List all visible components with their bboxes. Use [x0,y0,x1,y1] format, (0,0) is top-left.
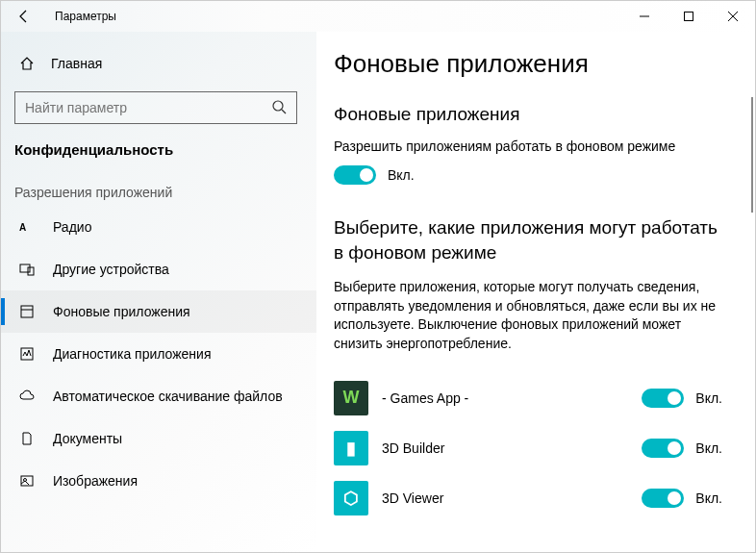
svg-text:A: A [19,222,26,233]
documents-icon [18,430,36,447]
group-heading: Разрешения приложений [1,185,316,200]
home-link[interactable]: Главная [1,43,316,84]
category-heading: Конфиденциальность [1,141,316,158]
svg-rect-11 [21,348,33,360]
app-toggle-state: Вкл. [695,440,722,456]
svg-point-4 [273,101,283,111]
svg-rect-9 [21,306,33,317]
sidebar-item-pictures[interactable]: Изображения [1,460,316,502]
allow-bg-toggle[interactable] [334,165,376,185]
app-name: 3D Viewer [382,490,443,506]
sidebar-item-label: Изображения [53,473,138,489]
pictures-icon [18,472,36,490]
allow-bg-label: Разрешить приложениям работать в фоновом… [334,138,728,154]
sidebar-item-label: Документы [53,431,122,446]
back-button[interactable] [1,1,47,32]
titlebar: Параметры [1,1,755,32]
radio-icon: A [18,218,36,236]
search-box[interactable] [14,91,297,124]
maximize-button[interactable] [667,1,711,32]
app-toggle[interactable] [642,389,684,408]
main-panel: Фоновые приложения Фоновые приложения Ра… [316,32,755,552]
scrollbar[interactable] [751,97,753,213]
sidebar-item-label: Другие устройства [53,262,169,277]
app-icon-games: W [334,381,368,415]
app-name: - Games App - [382,390,468,406]
home-icon [18,55,36,72]
cloud-download-icon [18,388,36,405]
svg-rect-1 [685,13,693,21]
sidebar-item-label: Диагностика приложения [53,346,211,362]
allow-bg-toggle-state: Вкл. [388,167,415,183]
sidebar-item-auto-downloads[interactable]: Автоматическое скачивание файлов [1,375,316,417]
app-row: ▮ 3D Builder Вкл. [334,423,728,473]
window-title: Параметры [55,10,116,23]
app-toggle[interactable] [642,439,684,458]
home-label: Главная [51,56,102,71]
search-icon [271,99,287,117]
app-toggle-state: Вкл. [695,490,722,506]
background-apps-icon [18,303,36,320]
search-input[interactable] [25,100,271,115]
app-toggle-state: Вкл. [695,390,722,406]
sidebar-item-other-devices[interactable]: Другие устройства [1,248,316,290]
app-toggle[interactable] [642,489,684,508]
app-row: W - Games App - Вкл. [334,373,728,423]
app-icon-3dbuilder: ▮ [334,431,368,465]
sidebar-item-label: Фоновые приложения [53,304,190,319]
app-icon-3dviewer: ⬡ [334,481,368,515]
close-button[interactable] [711,1,755,32]
svg-rect-8 [28,267,34,275]
sidebar-item-label: Радио [53,219,91,235]
section-choose-apps-desc: Выберите приложения, которые могут получ… [334,278,728,353]
page-title: Фоновые приложения [334,49,728,79]
sidebar-item-label: Автоматическое скачивание файлов [53,389,283,404]
sidebar: Главная Конфиденциальность Разрешения пр… [1,32,316,552]
svg-line-5 [282,110,286,113]
window-controls [622,1,755,32]
section-choose-apps-title: Выберите, какие приложения могут работат… [334,215,728,264]
diagnostics-icon [18,345,36,363]
app-name: 3D Builder [382,440,444,456]
section-bg-apps-title: Фоновые приложения [334,104,728,125]
sidebar-item-background-apps[interactable]: Фоновые приложения [1,290,316,333]
sidebar-item-radio[interactable]: A Радио [1,206,316,248]
svg-rect-12 [21,476,33,486]
sidebar-item-app-diagnostics[interactable]: Диагностика приложения [1,333,316,375]
minimize-button[interactable] [622,1,667,32]
sidebar-item-documents[interactable]: Документы [1,417,316,460]
devices-icon [18,261,36,278]
app-row: ⬡ 3D Viewer Вкл. [334,473,728,523]
